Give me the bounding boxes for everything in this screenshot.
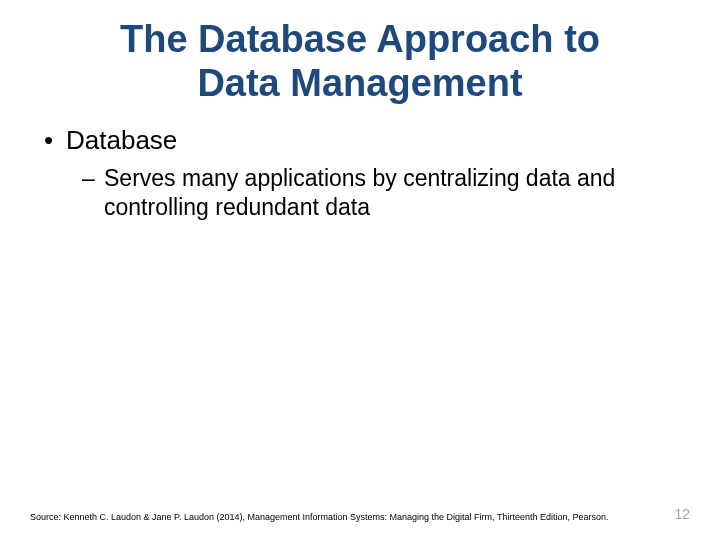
bullet-text-level-1: Database xyxy=(66,125,177,155)
slide-footer: Source: Kenneth C. Laudon & Jane P. Laud… xyxy=(30,506,690,522)
source-citation: Source: Kenneth C. Laudon & Jane P. Laud… xyxy=(30,512,609,522)
bullet-text-level-2: Serves many applications by centralizing… xyxy=(104,165,615,220)
bullet-item-level-1: Database xyxy=(44,125,690,156)
page-number: 12 xyxy=(674,506,690,522)
slide-container: The Database Approach to Data Management… xyxy=(0,0,720,540)
bullet-item-level-2: Serves many applications by centralizing… xyxy=(82,164,690,222)
slide-title: The Database Approach to Data Management xyxy=(30,18,690,105)
